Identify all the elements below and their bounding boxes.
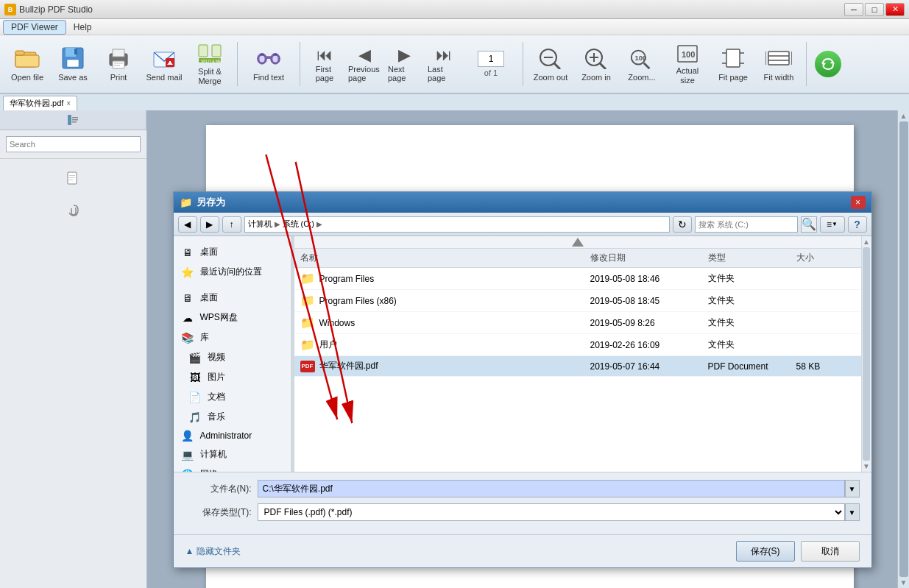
dialog-close-button[interactable]: ×	[851, 196, 866, 209]
menu-help[interactable]: Help	[66, 21, 99, 34]
sidebar-attach-icon-button[interactable]	[62, 199, 85, 222]
fit-width-icon	[765, 45, 792, 71]
first-page-button[interactable]: ⏮ Firstpage	[306, 39, 343, 89]
open-file-button[interactable]: Open file	[6, 39, 49, 89]
svg-rect-4	[66, 48, 76, 57]
header-name[interactable]: 名称	[300, 252, 590, 264]
left-item-video[interactable]: 🎬 视频	[174, 347, 291, 367]
file-row-type-2: 文件夹	[708, 316, 796, 329]
zoom-out-button[interactable]: Zoom out	[529, 39, 572, 89]
filetype-select[interactable]: PDF Files (.pdf) (*.pdf)	[258, 503, 845, 521]
send-mail-button[interactable]: Send mail	[143, 39, 185, 89]
page-number-input[interactable]	[478, 51, 504, 67]
svg-marker-49	[830, 60, 835, 64]
close-button[interactable]: ✕	[885, 3, 905, 16]
dialog-help-button[interactable]: ?	[848, 216, 867, 233]
left-item-network[interactable]: 🌐 网络	[174, 464, 291, 472]
left-item-computer[interactable]: 💻 计算机	[174, 444, 291, 464]
split-merge-icon: SPLIT & MERGE	[197, 42, 223, 65]
svg-rect-44	[768, 52, 789, 65]
dialog-search-button[interactable]: 🔍	[801, 216, 817, 233]
tab-bar: 华军软件园.pdf ×	[0, 94, 909, 110]
recent-icon: ⭐	[181, 267, 194, 277]
left-item-music-label: 音乐	[208, 411, 225, 423]
actual-size-button[interactable]: 100 Actualsize	[666, 39, 709, 89]
zoom-button[interactable]: 100 Zoom...	[620, 39, 663, 89]
filetype-field: 保存类型(T): PDF Files (.pdf) (*.pdf) ▼	[185, 503, 860, 521]
left-item-desktop-2[interactable]: 🖥 桌面	[174, 288, 291, 308]
save-as-dialog: 📁 另存为 × ◀ ▶ ↑ 计算机 ▶ 系统 (C:) ▶	[173, 191, 872, 568]
fit-page-button[interactable]: Fit page	[712, 39, 754, 89]
content-area: 📁 另存为 × ◀ ▶ ↑ 计算机 ▶ 系统 (C:) ▶	[147, 110, 897, 588]
last-page-icon: ⏭	[436, 46, 452, 65]
save-as-button[interactable]: Save as	[52, 39, 94, 89]
separator-4	[806, 42, 807, 86]
dialog-refresh-button[interactable]: ↻	[673, 216, 692, 233]
dialog-up-button[interactable]: ↑	[222, 216, 241, 233]
dialog-search-input[interactable]	[695, 216, 798, 233]
dialog-forward-button[interactable]: ▶	[200, 216, 219, 233]
sidebar-left-icon[interactable]	[0, 110, 146, 130]
hide-folders-button[interactable]: ▲ 隐藏文件夹	[185, 545, 241, 558]
dialog-back-button[interactable]: ◀	[178, 216, 197, 233]
filename-input[interactable]	[258, 480, 845, 497]
table-row[interactable]: 📁 Program Files (x86) 2019-05-08 18:45 文…	[294, 290, 861, 312]
split-merge-button[interactable]: SPLIT & MERGE Split &Merge	[188, 39, 231, 89]
filename-label: 文件名(N):	[185, 483, 252, 495]
refresh-button[interactable]	[813, 39, 843, 89]
sidebar-pages-icon-button[interactable]	[62, 168, 85, 191]
main-area: 📁 另存为 × ◀ ▶ ↑ 计算机 ▶ 系统 (C:) ▶	[0, 110, 909, 588]
desktop-icon-1: 🖥	[181, 247, 194, 258]
left-item-desktop-label-2: 桌面	[200, 291, 218, 304]
filetype-dropdown[interactable]: ▼	[845, 503, 860, 521]
file-tab[interactable]: 华军软件园.pdf ×	[3, 96, 77, 110]
filename-dropdown[interactable]: ▼	[845, 480, 860, 497]
dialog-view-toggle[interactable]: ≡ ▼	[820, 216, 845, 233]
left-item-recent[interactable]: ⭐ 最近访问的位置	[174, 262, 291, 282]
header-size[interactable]: 大小	[796, 252, 855, 264]
left-item-pictures[interactable]: 🖼 图片	[174, 367, 291, 387]
fit-width-button[interactable]: Fit width	[757, 39, 800, 89]
path-part-0: 计算机	[248, 219, 272, 230]
maximize-button[interactable]: □	[865, 3, 884, 16]
left-item-library[interactable]: 📚 库	[174, 327, 291, 347]
send-mail-label: Send mail	[146, 73, 183, 82]
table-row[interactable]: 📁 Program Files 2019-05-08 18:46 文件夹	[294, 268, 861, 290]
previous-page-label: Previous page	[348, 65, 381, 82]
menu-bar: PDF Viewer Help	[0, 19, 909, 35]
table-row[interactable]: 📁 用户 2019-02-26 16:09 文件夹	[294, 334, 861, 356]
tab-close-button[interactable]: ×	[66, 99, 71, 107]
left-item-music[interactable]: 🎵 音乐	[174, 407, 291, 427]
view-dropdown-icon: ▼	[832, 221, 838, 227]
menu-pdf-viewer[interactable]: PDF Viewer	[3, 20, 66, 35]
dialog-toolbar: ◀ ▶ ↑ 计算机 ▶ 系统 (C:) ▶ ↻ 🔍	[174, 213, 871, 236]
dialog-cancel-button[interactable]: 取消	[801, 541, 860, 562]
page-total-label: of 1	[484, 68, 498, 77]
find-text-button[interactable]: Find text	[244, 39, 294, 89]
left-item-admin-label: Administrator	[200, 431, 252, 441]
minimize-button[interactable]: ─	[844, 3, 863, 16]
svg-rect-51	[68, 115, 71, 125]
left-item-docs[interactable]: 📄 文档	[174, 387, 291, 407]
sidebar-search-input[interactable]	[6, 136, 141, 152]
view-toggle-icon: ≡	[827, 219, 832, 230]
left-item-wps[interactable]: ☁ WPS网盘	[174, 308, 291, 327]
table-row[interactable]: 📁 Windows 2019-05-09 8:26 文件夹	[294, 312, 861, 334]
main-scrollbar[interactable]: ▲ ▼	[897, 110, 909, 588]
left-item-desktop-1[interactable]: 🖥 桌面	[174, 242, 291, 262]
left-item-admin[interactable]: 👤 Administrator	[174, 427, 291, 444]
next-page-button[interactable]: ▶ Next page	[386, 39, 422, 89]
last-page-button[interactable]: ⏭ Last page	[425, 39, 462, 89]
file-row-name-0: 📁 Program Files	[300, 272, 590, 286]
dialog-save-button[interactable]: 保存(S)	[736, 541, 795, 562]
zoom-in-button[interactable]: Zoom in	[575, 39, 618, 89]
svg-rect-58	[69, 180, 73, 180]
previous-page-button[interactable]: ◀ Previous page	[346, 39, 383, 89]
header-date[interactable]: 修改日期	[590, 252, 708, 264]
table-row[interactable]: PDF 华军软件园.pdf 2019-05-07 16:44 PDF Docum…	[294, 356, 861, 377]
dialog-scrollbar[interactable]: ▲ ▼	[861, 236, 871, 472]
svg-text:100: 100	[682, 50, 695, 59]
print-button[interactable]: Print	[97, 39, 140, 89]
header-type[interactable]: 类型	[708, 252, 796, 264]
separator-2	[300, 42, 300, 86]
